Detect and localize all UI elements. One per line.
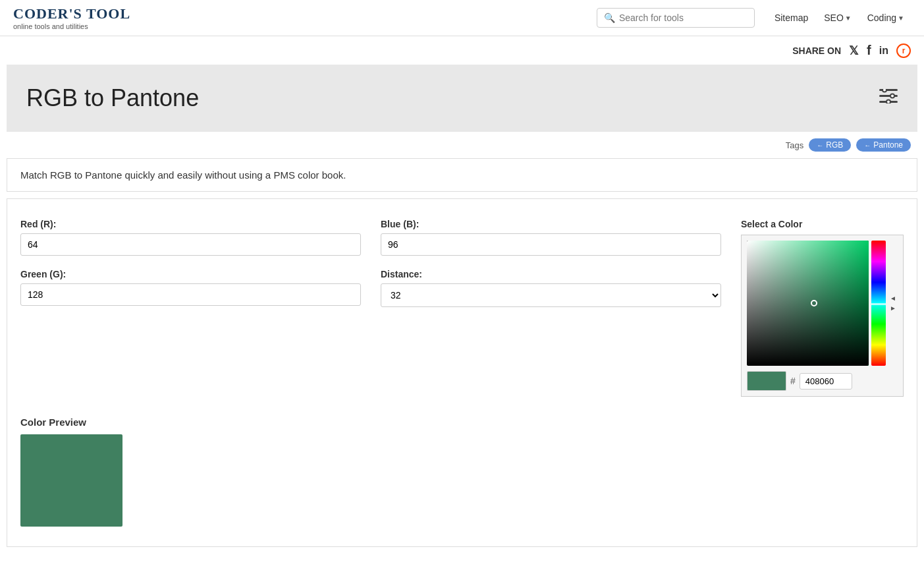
distance-field-group: Distance: 32 16 64 128	[381, 269, 721, 307]
red-label: Red (R):	[20, 219, 361, 229]
page-header: RGB to Pantone	[7, 65, 917, 132]
page-title: RGB to Pantone	[26, 84, 199, 112]
facebook-icon[interactable]: f	[867, 43, 871, 58]
logo: CODER'S TOOL online tools and utilities	[13, 5, 130, 30]
main-content: Match RGB to Pantone quickly and easily …	[7, 158, 917, 547]
search-input[interactable]	[619, 13, 747, 23]
tag-rgb[interactable]: RGB	[809, 138, 851, 152]
blue-field-group: Blue (B):	[381, 219, 721, 256]
color-picker-widget: ◄ ► #	[741, 235, 904, 397]
search-icon: 🔍	[604, 13, 615, 23]
twitter-icon[interactable]: 𝕏	[849, 43, 859, 58]
red-input[interactable]	[20, 233, 361, 256]
settings-icon[interactable]	[879, 89, 898, 107]
tags-label: Tags	[786, 140, 803, 150]
nav-coding[interactable]: Coding ▼	[861, 9, 911, 27]
tool-container: Red (R): Green (G): Blue (B): Distance: …	[7, 198, 917, 547]
middle-column: Blue (B): Distance: 32 16 64 128	[381, 219, 721, 307]
color-picker-section: Select a Color	[741, 219, 904, 397]
color-spectrum[interactable]	[871, 241, 886, 366]
description-text: Match RGB to Pantone quickly and easily …	[20, 169, 346, 181]
green-input[interactable]	[20, 283, 361, 306]
svg-point-4	[890, 94, 894, 98]
hash-symbol: #	[790, 376, 796, 386]
svg-point-5	[886, 100, 890, 104]
input-grid: Red (R): Green (G): Blue (B): Distance: …	[20, 219, 904, 397]
nav-links: Sitemap SEO ▼ Coding ▼	[768, 9, 911, 27]
share-label: SHARE ON	[792, 45, 841, 56]
left-column: Red (R): Green (G):	[20, 219, 361, 306]
search-bar[interactable]: 🔍	[597, 8, 755, 28]
spectrum-arrow-left[interactable]: ►	[890, 304, 896, 312]
header: CODER'S TOOL online tools and utilities …	[0, 0, 924, 36]
description-box: Match RGB to Pantone quickly and easily …	[7, 158, 917, 192]
spectrum-indicator	[871, 303, 886, 305]
color-gradient[interactable]	[747, 241, 869, 366]
color-canvas-row: ◄ ►	[747, 241, 898, 366]
logo-title: CODER'S TOOL	[13, 5, 130, 22]
color-preview-section: Color Preview	[20, 417, 904, 527]
hex-input[interactable]	[800, 373, 852, 390]
share-bar: SHARE ON 𝕏 f in r	[0, 36, 924, 65]
red-field-group: Red (R):	[20, 219, 361, 256]
spectrum-arrow-right[interactable]: ◄	[890, 295, 896, 302]
coding-caret: ▼	[898, 14, 904, 22]
logo-subtitle: online tools and utilities	[13, 22, 130, 30]
nav-sitemap[interactable]: Sitemap	[768, 9, 815, 27]
green-field-group: Green (G):	[20, 269, 361, 306]
color-preview-block	[20, 434, 122, 527]
distance-label: Distance:	[381, 269, 721, 279]
color-picker-label: Select a Color	[741, 219, 904, 229]
tag-pantone[interactable]: Pantone	[856, 138, 911, 152]
linkedin-icon[interactable]: in	[879, 45, 888, 57]
svg-point-3	[883, 89, 886, 92]
blue-input[interactable]	[381, 233, 721, 256]
spectrum-arrows: ◄ ►	[888, 241, 898, 366]
reddit-icon[interactable]: r	[896, 43, 911, 58]
nav-seo[interactable]: SEO ▼	[817, 9, 857, 27]
tags-bar: Tags RGB Pantone	[0, 132, 924, 158]
distance-select[interactable]: 32 16 64 128	[381, 283, 721, 307]
hex-swatch	[747, 371, 786, 391]
blue-label: Blue (B):	[381, 219, 721, 229]
color-preview-title: Color Preview	[20, 417, 904, 428]
color-hex-row: #	[747, 371, 898, 391]
seo-caret: ▼	[845, 14, 852, 22]
gradient-overlay	[747, 241, 869, 366]
green-label: Green (G):	[20, 269, 361, 279]
